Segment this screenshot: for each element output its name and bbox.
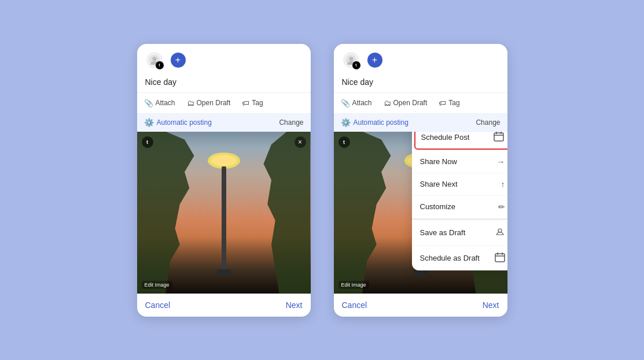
share-next-icon: ↑ [501,180,505,189]
attach-icon-left: 📎 [144,99,153,107]
dropdown-save-draft[interactable]: Save as Draft [412,219,507,246]
attach-button-right[interactable]: 📎 Attach [340,95,373,111]
post-image-left [137,132,311,294]
image-tiktok-badge-right: t [338,136,350,148]
change-button-right[interactable]: Change [476,118,500,127]
save-draft-label: Save as Draft [420,228,466,237]
draft-label-left: Open Draft [197,99,231,107]
attach-icon-right: 📎 [341,99,350,107]
image-container-left: t × Edit Image [137,132,311,294]
tag-label-left: Tag [252,99,263,107]
tag-icon-left: 🏷 [242,99,249,107]
add-account-button[interactable]: + [171,53,186,68]
toolbar-right: 📎 Attach 🗂 Open Draft 🏷 Tag [334,92,507,114]
tag-icon-right: 🏷 [439,99,446,107]
add-account-button-right[interactable]: + [367,53,382,68]
auto-posting-left-section: ⚙️ Automatic posting [144,118,212,127]
tag-label-right: Tag [448,99,459,107]
image-tiktok-badge-left: t [142,136,153,148]
change-button-left[interactable]: Change [279,118,303,127]
post-text-right: Nice day [334,74,507,92]
tiktok-badge-right: t [352,61,360,69]
svg-rect-5 [217,269,231,276]
auto-posting-bar-left: ⚙️ Automatic posting Change [137,114,311,132]
auto-posting-label-left: Automatic posting [157,118,212,127]
cancel-button-left[interactable]: Cancel [145,300,171,310]
tiktok-icon: t [156,61,164,69]
share-next-label: Share Next [420,180,458,188]
open-draft-button-right[interactable]: 🗂 Open Draft [382,95,429,111]
svg-rect-4 [222,166,226,270]
schedule-draft-label: Schedule as Draft [420,254,480,262]
post-text-left: Nice day [137,74,311,92]
dropdown-share-now[interactable]: Share Now → [412,151,507,173]
svg-rect-20 [495,254,505,262]
dropdown-share-next[interactable]: Share Next ↑ [412,173,507,196]
share-now-label: Share Now [420,157,457,166]
share-now-icon: → [497,157,505,166]
cancel-button-right[interactable]: Cancel [342,300,367,310]
draft-icon-right: 🗂 [384,99,391,107]
svg-point-7 [349,57,353,61]
left-panel-footer: Cancel Next [137,294,311,317]
avatar: t [145,51,164,69]
tree-right-decoration [233,132,311,294]
customize-label: Customize [420,202,455,211]
image-container-right: t × Edit Image Add to Queue Schedule Pos… [334,132,507,294]
draft-label-right: Open Draft [393,99,428,107]
right-panel: t + Nice day 📎 Attach 🗂 Open Draft 🏷 Tag… [334,44,507,317]
right-panel-header: t + [334,44,507,74]
auto-posting-bar-right: ⚙️ Automatic posting Change [334,114,507,132]
next-button-left[interactable]: Next [286,300,303,310]
right-panel-footer: Cancel Next [334,294,507,317]
avatar-stack-right: t [342,51,360,69]
svg-point-3 [211,155,237,166]
attach-button-left[interactable]: 📎 Attach [143,95,176,111]
left-panel-header: t + [137,44,311,74]
gear-icon-left: ⚙️ [144,118,154,127]
left-panel: t + Nice day 📎 Attach 🗂 Open Draft 🏷 Tag… [137,44,311,317]
auto-posting-right-section: ⚙️ Automatic posting [341,118,409,127]
edit-image-label-right[interactable]: Edit Image [338,281,369,289]
auto-posting-label-right: Automatic posting [354,118,409,127]
customize-icon: ✏ [498,202,505,211]
dropdown-schedule-draft[interactable]: Schedule as Draft [412,246,507,270]
dropdown-menu: Add to Queue Schedule Post [412,132,507,270]
dropdown-schedule-post[interactable]: Schedule Post [414,132,507,150]
avatar-stack: t [145,51,164,69]
gear-icon-right: ⚙️ [341,118,351,127]
dropdown-customize[interactable]: Customize ✏ [412,196,507,218]
svg-rect-15 [494,133,503,141]
edit-image-label-left[interactable]: Edit Image [142,281,172,289]
schedule-draft-icon [495,252,505,264]
svg-point-1 [152,57,156,61]
image-close-button-left[interactable]: × [295,136,306,148]
tag-button-right[interactable]: 🏷 Tag [437,95,461,111]
avatar-right: t [342,51,360,69]
schedule-post-icon [494,132,504,143]
next-button-right[interactable]: Next [483,300,499,310]
save-draft-icon [495,227,505,239]
open-draft-button-left[interactable]: 🗂 Open Draft [186,95,232,111]
tag-button-left[interactable]: 🏷 Tag [241,95,264,111]
attach-label-right: Attach [352,99,372,107]
draft-icon-left: 🗂 [187,99,194,107]
toolbar-left: 📎 Attach 🗂 Open Draft 🏷 Tag [137,92,311,114]
svg-point-19 [498,229,502,232]
attach-label-left: Attach [156,99,175,107]
schedule-post-label: Schedule Post [421,133,470,142]
